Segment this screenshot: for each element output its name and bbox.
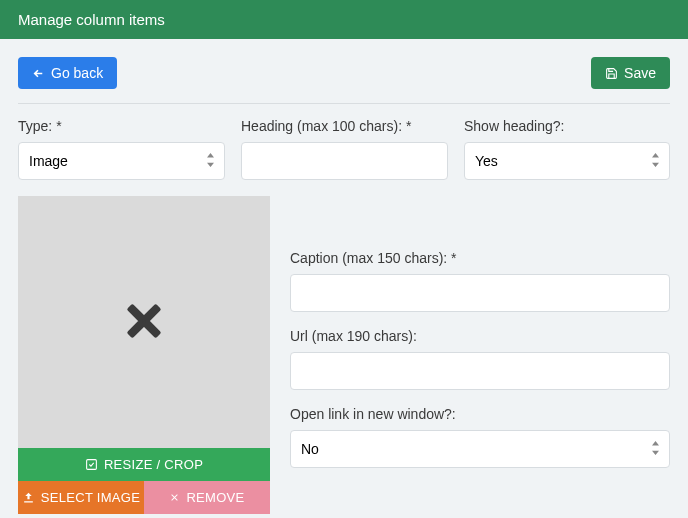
save-button[interactable]: Save: [591, 57, 670, 89]
resize-crop-label: RESIZE / CROP: [104, 457, 203, 472]
field-url: Url (max 190 chars):: [290, 328, 670, 390]
row-main: RESIZE / CROP SELECT IMAGE REMOVE: [18, 196, 670, 514]
image-column: RESIZE / CROP SELECT IMAGE REMOVE: [18, 196, 270, 514]
image-preview: [18, 196, 270, 448]
check-square-icon: [85, 458, 98, 471]
go-back-button[interactable]: Go back: [18, 57, 117, 89]
save-icon: [605, 67, 618, 80]
open-new-label: Open link in new window?:: [290, 406, 670, 422]
heading-label: Heading (max 100 chars): *: [241, 118, 448, 134]
row-top: Type: * Image Heading (max 100 chars): *…: [18, 118, 670, 180]
go-back-label: Go back: [51, 65, 103, 81]
resize-crop-button[interactable]: RESIZE / CROP: [18, 448, 270, 481]
url-input[interactable]: [290, 352, 670, 390]
open-new-select[interactable]: No: [290, 430, 670, 468]
type-select[interactable]: Image: [18, 142, 225, 180]
page-header: Manage column items: [0, 0, 688, 39]
field-show-heading: Show heading?: Yes: [464, 118, 670, 180]
image-actions: RESIZE / CROP SELECT IMAGE REMOVE: [18, 448, 270, 514]
remove-image-button[interactable]: REMOVE: [144, 481, 270, 514]
close-icon: [169, 492, 180, 503]
form-body: Type: * Image Heading (max 100 chars): *…: [0, 104, 688, 514]
toolbar: Go back Save: [0, 39, 688, 103]
show-heading-label: Show heading?:: [464, 118, 670, 134]
type-label: Type: *: [18, 118, 225, 134]
select-image-label: SELECT IMAGE: [41, 490, 140, 505]
remove-image-label: REMOVE: [186, 490, 244, 505]
close-icon: [119, 296, 169, 349]
select-image-button[interactable]: SELECT IMAGE: [18, 481, 144, 514]
field-open-new-window: Open link in new window?: No: [290, 406, 670, 468]
caption-input[interactable]: [290, 274, 670, 312]
field-heading: Heading (max 100 chars): *: [241, 118, 448, 180]
page-title: Manage column items: [18, 11, 165, 28]
upload-icon: [22, 491, 35, 504]
arrow-left-icon: [32, 67, 45, 80]
show-heading-select[interactable]: Yes: [464, 142, 670, 180]
caption-label: Caption (max 150 chars): *: [290, 250, 670, 266]
heading-input[interactable]: [241, 142, 448, 180]
field-type: Type: * Image: [18, 118, 225, 180]
right-column: Caption (max 150 chars): * Url (max 190 …: [290, 196, 670, 514]
svg-rect-0: [87, 460, 97, 470]
url-label: Url (max 190 chars):: [290, 328, 670, 344]
field-caption: Caption (max 150 chars): *: [290, 250, 670, 312]
save-label: Save: [624, 65, 656, 81]
